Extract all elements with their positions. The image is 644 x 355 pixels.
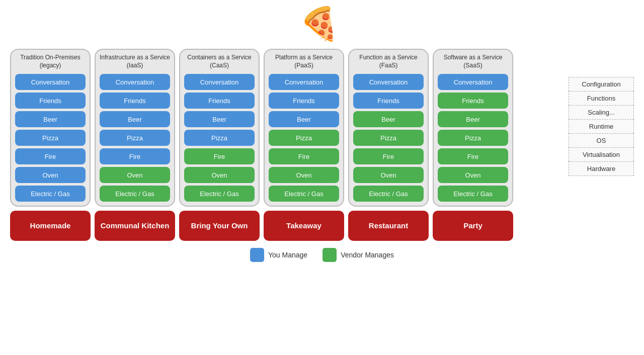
pill-caas-6: Electric / Gas xyxy=(184,186,255,202)
pill-faas-2: Beer xyxy=(353,111,424,127)
pill-saas-4: Fire xyxy=(438,148,508,164)
legend-item-1: Vendor Manages xyxy=(323,248,394,262)
pill-tradition-4: Fire xyxy=(15,148,86,164)
pill-iaas-2: Beer xyxy=(100,111,170,127)
legend-box-green xyxy=(323,248,337,262)
legend: You ManageVendor Manages xyxy=(250,248,394,262)
pill-faas-6: Electric / Gas xyxy=(353,186,424,202)
card-faas: Function as a Service (FaaS)Conversation… xyxy=(348,49,429,207)
pill-caas-5: Oven xyxy=(184,167,255,183)
legend-label-1: Vendor Manages xyxy=(341,251,394,259)
pill-saas-3: Pizza xyxy=(438,130,508,146)
right-label-3: Runtime xyxy=(569,119,634,133)
card-paas: Platform as a Service (PaaS)Conversation… xyxy=(264,49,344,207)
pill-caas-3: Pizza xyxy=(184,130,255,146)
pill-iaas-1: Friends xyxy=(100,93,170,109)
pill-iaas-0: Conversation xyxy=(100,74,170,90)
legend-box-blue xyxy=(250,248,264,262)
pill-paas-3: Pizza xyxy=(269,130,339,146)
pill-faas-3: Pizza xyxy=(353,130,424,146)
pill-saas-2: Beer xyxy=(438,111,508,127)
pill-saas-5: Oven xyxy=(438,167,508,183)
pill-tradition-5: Oven xyxy=(15,167,86,183)
main-area: Tradition On-Premises (legacy)Conversati… xyxy=(10,49,634,241)
pill-paas-1: Friends xyxy=(269,93,339,109)
page: 🍕 Tradition On-Premises (legacy)Conversa… xyxy=(0,0,644,355)
card-title-faas: Function as a Service (FaaS) xyxy=(352,54,425,69)
pill-faas-0: Conversation xyxy=(353,74,424,90)
pill-paas-5: Oven xyxy=(269,167,339,183)
pill-tradition-3: Pizza xyxy=(15,130,86,146)
card-title-tradition: Tradition On-Premises (legacy) xyxy=(14,54,87,69)
pill-iaas-4: Fire xyxy=(100,148,170,164)
card-title-caas: Containers as a Service (CaaS) xyxy=(183,54,256,69)
card-title-saas: Software as a Service (SaaS) xyxy=(437,54,509,69)
pill-saas-0: Conversation xyxy=(438,74,508,90)
pill-caas-1: Friends xyxy=(184,93,255,109)
pill-paas-4: Fire xyxy=(269,148,339,164)
col-faas: Function as a Service (FaaS)Conversation… xyxy=(348,49,429,241)
pill-paas-0: Conversation xyxy=(269,74,339,90)
col-saas: Software as a Service (SaaS)Conversation… xyxy=(433,49,513,241)
right-label-1: Functions xyxy=(569,91,634,105)
pill-iaas-5: Oven xyxy=(100,167,170,183)
pill-caas-4: Fire xyxy=(184,148,255,164)
col-caas: Containers as a Service (CaaS)Conversati… xyxy=(179,49,260,241)
pill-iaas-6: Electric / Gas xyxy=(100,186,170,202)
card-title-iaas: Infrastructure as a Service (IaaS) xyxy=(99,54,171,69)
card-caas: Containers as a Service (CaaS)Conversati… xyxy=(179,49,260,207)
bottom-btn-tradition: Homemade xyxy=(10,211,91,241)
card-saas: Software as a Service (SaaS)Conversation… xyxy=(433,49,513,207)
pill-iaas-3: Pizza xyxy=(100,130,170,146)
pill-tradition-2: Beer xyxy=(15,111,86,127)
pill-caas-0: Conversation xyxy=(184,74,255,90)
col-iaas: Infrastructure as a Service (IaaS)Conver… xyxy=(95,49,175,241)
card-title-paas: Platform as a Service (PaaS) xyxy=(268,54,340,69)
pill-tradition-1: Friends xyxy=(15,93,86,109)
pill-saas-6: Electric / Gas xyxy=(438,186,508,202)
bottom-btn-caas: Bring Your Own xyxy=(179,211,260,241)
pill-faas-5: Oven xyxy=(353,167,424,183)
pill-paas-6: Electric / Gas xyxy=(269,186,339,202)
right-label-4: OS xyxy=(569,133,634,147)
col-paas: Platform as a Service (PaaS)Conversation… xyxy=(264,49,344,241)
col-tradition: Tradition On-Premises (legacy)Conversati… xyxy=(10,49,91,241)
bottom-btn-paas: Takeaway xyxy=(264,211,344,241)
pill-tradition-6: Electric / Gas xyxy=(15,186,86,202)
right-label-5: Virtualisation xyxy=(569,147,634,161)
legend-label-0: You Manage xyxy=(268,251,307,259)
pill-tradition-0: Conversation xyxy=(15,74,86,90)
bottom-btn-faas: Restaurant xyxy=(348,211,429,241)
right-label-0: Configuration xyxy=(569,77,634,91)
right-label-2: Scaling... xyxy=(569,105,634,119)
legend-item-0: You Manage xyxy=(250,248,307,262)
bottom-btn-saas: Party xyxy=(433,211,513,241)
bottom-btn-iaas: Communal Kitchen xyxy=(95,211,175,241)
pill-faas-4: Fire xyxy=(353,148,424,164)
columns-area: Tradition On-Premises (legacy)Conversati… xyxy=(10,49,559,241)
pill-saas-1: Friends xyxy=(438,93,508,109)
pill-caas-2: Beer xyxy=(184,111,255,127)
card-iaas: Infrastructure as a Service (IaaS)Conver… xyxy=(95,49,175,207)
card-tradition: Tradition On-Premises (legacy)Conversati… xyxy=(10,49,91,207)
right-labels: ConfigurationFunctionsScaling...RuntimeO… xyxy=(569,77,634,176)
right-label-6: Hardware xyxy=(569,161,634,176)
pill-paas-2: Beer xyxy=(269,111,339,127)
header: 🍕 xyxy=(299,5,345,43)
pizza-icon: 🍕 xyxy=(299,5,340,43)
pill-faas-1: Friends xyxy=(353,93,424,109)
